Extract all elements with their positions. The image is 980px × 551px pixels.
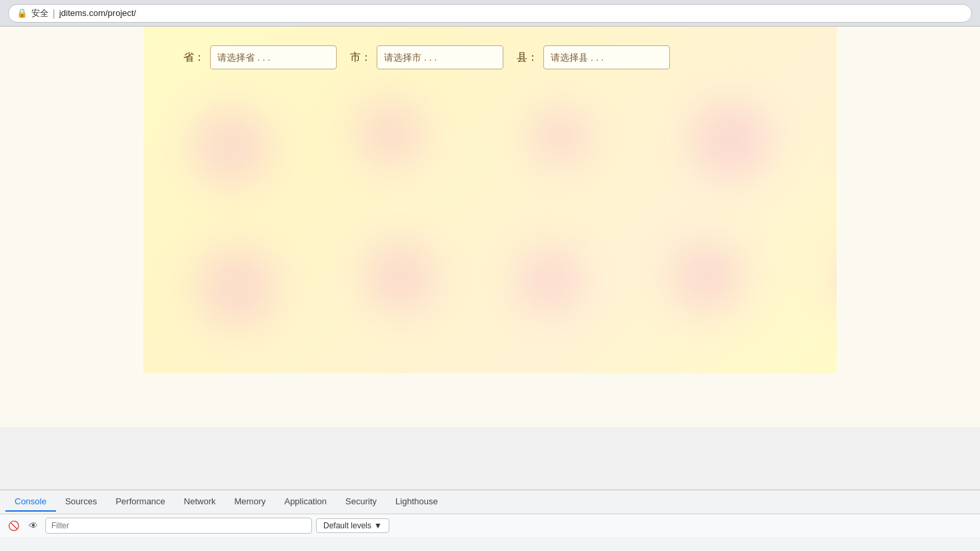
- security-icon: 🔒: [17, 8, 27, 18]
- tab-security[interactable]: Security: [336, 492, 386, 512]
- tab-network[interactable]: Network: [175, 492, 225, 512]
- filter-input[interactable]: [45, 518, 312, 534]
- page-background: 省： 请选择省 . . . 市： 请选择市 . . . 县： 请选择县 . . …: [0, 27, 980, 427]
- selectors-row: 省： 请选择省 . . . 市： 请选择市 . . . 县： 请选择县 . . …: [143, 45, 837, 69]
- tab-lighthouse[interactable]: Lighthouse: [386, 492, 447, 512]
- filter-icon-button[interactable]: 👁: [25, 518, 41, 534]
- county-select[interactable]: 请选择县 . . .: [543, 45, 670, 69]
- decorative-blob-3: [530, 107, 590, 167]
- main-content-area: 省： 请选择省 . . . 市： 请选择市 . . . 县： 请选择县 . . …: [143, 27, 837, 374]
- address-bar[interactable]: 🔒 安全 | jditems.com/project/: [8, 4, 972, 23]
- devtools-panel: Console Sources Performance Network Memo…: [0, 490, 980, 551]
- browser-content: 省： 请选择省 . . . 市： 请选择市 . . . 县： 请选择县 . . …: [0, 27, 980, 427]
- county-group: 县： 请选择县 . . .: [517, 45, 670, 69]
- tab-console[interactable]: Console: [5, 492, 56, 512]
- province-group: 省： 请选择省 . . .: [183, 45, 337, 69]
- city-label: 市：: [350, 51, 371, 65]
- clear-console-button[interactable]: 🚫: [5, 518, 21, 534]
- levels-chevron-icon: ▼: [374, 521, 382, 530]
- province-label: 省：: [183, 51, 205, 65]
- url-text: jditems.com/project/: [59, 8, 137, 18]
- city-select[interactable]: 请选择市 . . .: [377, 45, 503, 69]
- decorative-blob-8: [363, 240, 437, 314]
- browser-bar: 🔒 安全 | jditems.com/project/: [0, 0, 980, 27]
- tab-memory[interactable]: Memory: [225, 492, 275, 512]
- tab-performance[interactable]: Performance: [106, 492, 174, 512]
- province-select[interactable]: 请选择省 . . .: [210, 45, 337, 69]
- default-levels-button[interactable]: Default levels ▼: [316, 518, 389, 533]
- tab-application[interactable]: Application: [275, 492, 336, 512]
- separator: |: [53, 8, 55, 19]
- city-group: 市： 请选择市 . . .: [350, 45, 503, 69]
- devtools-toolbar: 🚫 👁 Default levels ▼: [0, 514, 980, 537]
- security-text: 安全: [31, 7, 49, 19]
- decorative-blob-9: [517, 247, 583, 314]
- decorative-blob-1: [190, 107, 270, 187]
- tab-sources[interactable]: Sources: [56, 492, 107, 512]
- decorative-blob-2: [357, 100, 423, 167]
- devtools-tabs: Console Sources Performance Network Memo…: [0, 490, 980, 514]
- decorative-blob-7: [197, 247, 277, 327]
- levels-label: Default levels: [323, 521, 371, 530]
- decorative-blob-10: [670, 240, 743, 314]
- county-label: 县：: [517, 51, 538, 65]
- decorative-blob-4: [690, 100, 770, 180]
